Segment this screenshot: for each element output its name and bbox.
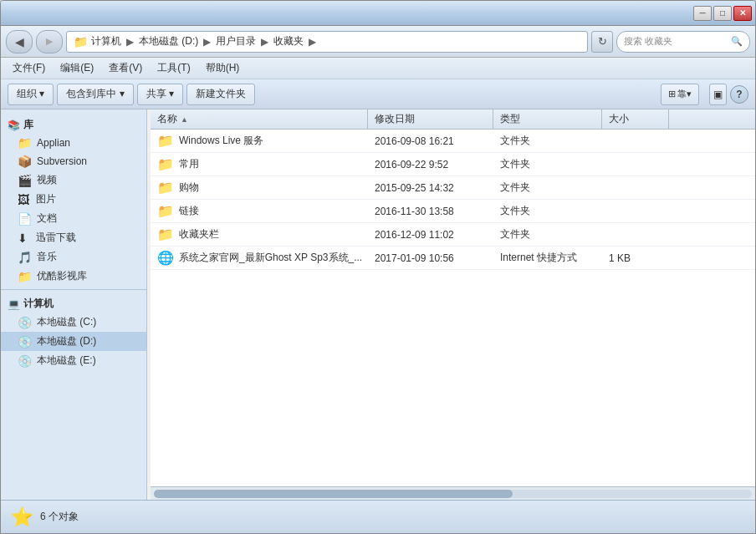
file-date-3: 2016-11-30 13:58 <box>368 203 493 220</box>
path-computer: 计算机 <box>91 34 121 48</box>
file-row-0[interactable]: 📁 Windows Live 服务 2016-09-08 16:21 文件夹 <box>151 130 755 153</box>
drive-c-icon: 💿 <box>18 316 32 329</box>
address-path[interactable]: 📁 计算机 ▶ 本地磁盘 (D:) ▶ 用户目录 ▶ 收藏夹 ▶ <box>66 31 588 53</box>
window-controls: ─ □ ✕ <box>693 6 752 21</box>
column-headers: 名称 ▲ 修改日期 类型 大小 <box>151 109 755 130</box>
sidebar-item-pictures[interactable]: 🖼 图片 <box>1 190 146 209</box>
file-row-5[interactable]: 🌐 系统之家官网_最新Ghost XP Sp3系统_... 2017-01-09… <box>151 247 755 270</box>
sidebar-section-library: 📚 库 <box>1 114 146 134</box>
address-bar: ◀ ▶ 📁 计算机 ▶ 本地磁盘 (D:) ▶ 用户目录 ▶ 收藏夹 ▶ ↻ 搜… <box>1 26 755 58</box>
share-button[interactable]: 共享 ▾ <box>137 84 183 105</box>
sidebar-item-music[interactable]: 🎵 音乐 <box>1 247 146 267</box>
sidebar-item-thunder[interactable]: ⬇ 迅雷下载 <box>1 228 146 247</box>
col-header-type[interactable]: 类型 <box>493 109 602 129</box>
status-count: 6 个对象 <box>40 510 79 524</box>
drive-d-label: 本地磁盘 (D:) <box>37 334 96 348</box>
view-button[interactable]: ⊞ 靠▾ <box>661 84 699 105</box>
sidebar-item-youku[interactable]: 📁 优酷影视库 <box>1 267 146 286</box>
folder-icon-0: 📁 <box>157 133 174 149</box>
file-type-4: 文件夹 <box>493 225 602 244</box>
file-name-3: 📁 链接 <box>151 201 368 221</box>
help-button[interactable]: ? <box>730 85 748 104</box>
menu-edit[interactable]: 编辑(E) <box>54 59 100 77</box>
path-userdir: 用户目录 <box>216 34 256 48</box>
file-type-3: 文件夹 <box>493 201 602 221</box>
sidebar-item-documents[interactable]: 📄 文档 <box>1 209 146 228</box>
subversion-icon: 📦 <box>18 155 32 168</box>
new-folder-button[interactable]: 新建文件夹 <box>186 84 255 105</box>
file-type-1: 文件夹 <box>493 155 602 174</box>
file-size-2 <box>602 186 669 191</box>
include-library-button[interactable]: 包含到库中 ▾ <box>57 84 133 105</box>
main-content: 📚 库 📁 Applian 📦 Subversion 🎬 视频 🖼 图片 📄 <box>1 109 755 500</box>
file-type-5: Internet 快捷方式 <box>493 248 602 267</box>
file-list-container: 名称 ▲ 修改日期 类型 大小 📁 Wind <box>151 109 755 500</box>
file-row-2[interactable]: 📁 购物 2015-09-25 14:32 文件夹 <box>151 176 755 200</box>
menu-tools[interactable]: 工具(T) <box>151 59 197 77</box>
folder-icon-4: 📁 <box>157 226 174 242</box>
file-name-5: 🌐 系统之家官网_最新Ghost XP Sp3系统_... <box>151 247 368 268</box>
file-row-4[interactable]: 📁 收藏夹栏 2016-12-09 11:02 文件夹 <box>151 223 755 247</box>
panel-toggle-button[interactable]: ▣ <box>709 84 727 105</box>
file-row-1[interactable]: 📁 常用 2016-09-22 9:52 文件夹 <box>151 153 755 176</box>
col-header-size[interactable]: 大小 <box>602 109 669 129</box>
sidebar-item-drive-c[interactable]: 💿 本地磁盘 (C:) <box>1 313 146 332</box>
folder-icon-3: 📁 <box>157 203 174 219</box>
menu-view[interactable]: 查看(V) <box>102 59 149 77</box>
file-date-2: 2015-09-25 14:32 <box>368 180 493 196</box>
library-label: 库 <box>23 118 33 132</box>
hscroll-track[interactable] <box>154 490 752 498</box>
sidebar-item-applian[interactable]: 📁 Applian <box>1 134 146 152</box>
col-header-name[interactable]: 名称 ▲ <box>151 109 368 129</box>
horizontal-scrollbar[interactable] <box>151 486 755 500</box>
col-date-label: 修改日期 <box>375 112 415 126</box>
organize-button[interactable]: 组织 ▾ <box>8 84 54 105</box>
subversion-label: Subversion <box>37 155 87 167</box>
col-header-date[interactable]: 修改日期 <box>368 109 493 129</box>
sidebar-item-video[interactable]: 🎬 视频 <box>1 170 146 190</box>
maximize-button[interactable]: □ <box>713 6 732 21</box>
title-bar: ─ □ ✕ <box>1 1 755 26</box>
folder-icon-2: 📁 <box>157 180 174 196</box>
path-folder-icon: 📁 <box>74 35 88 48</box>
close-button[interactable]: ✕ <box>733 6 752 21</box>
file-type-0: 文件夹 <box>493 131 602 150</box>
refresh-button[interactable]: ↻ <box>591 31 613 53</box>
file-size-0 <box>602 139 669 144</box>
pictures-label: 图片 <box>36 192 56 206</box>
file-size-4 <box>602 232 669 237</box>
drive-c-label: 本地磁盘 (C:) <box>37 315 96 329</box>
status-bar: ⭐ 6 个对象 <box>1 500 755 533</box>
sidebar-item-drive-e[interactable]: 💿 本地磁盘 (E:) <box>1 351 146 370</box>
computer-icon: 💻 <box>8 298 20 310</box>
file-date-4: 2016-12-09 11:02 <box>368 226 493 243</box>
youku-label: 优酷影视库 <box>37 269 87 283</box>
file-row-3[interactable]: 📁 链接 2016-11-30 13:58 文件夹 <box>151 200 755 223</box>
sort-arrow-name: ▲ <box>181 115 188 124</box>
back-button[interactable]: ◀ <box>6 30 33 53</box>
file-date-0: 2016-09-08 16:21 <box>368 133 493 150</box>
view-icon: ⊞ <box>668 89 676 99</box>
search-bar[interactable]: 搜索 收藏夹 🔍 <box>616 31 750 53</box>
video-icon: 🎬 <box>18 174 32 187</box>
menu-help[interactable]: 帮助(H) <box>199 59 247 77</box>
explorer-window: ─ □ ✕ ◀ ▶ 📁 计算机 ▶ 本地磁盘 (D:) ▶ 用户目录 ▶ 收藏夹… <box>0 0 756 534</box>
file-name-1: 📁 常用 <box>151 154 368 175</box>
forward-button[interactable]: ▶ <box>36 30 63 53</box>
menu-file[interactable]: 文件(F) <box>6 59 52 77</box>
file-date-1: 2016-09-22 9:52 <box>368 156 493 173</box>
file-size-5: 1 KB <box>602 250 669 267</box>
sidebar-item-subversion[interactable]: 📦 Subversion <box>1 152 146 170</box>
pictures-icon: 🖼 <box>18 193 31 206</box>
link-icon-5: 🌐 <box>157 250 174 266</box>
applian-icon: 📁 <box>18 136 32 150</box>
sidebar: 📚 库 📁 Applian 📦 Subversion 🎬 视频 🖼 图片 📄 <box>1 109 147 500</box>
status-folder-icon: ⭐ <box>11 506 33 528</box>
hscroll-thumb[interactable] <box>154 490 513 498</box>
minimize-button[interactable]: ─ <box>693 6 712 21</box>
file-name-2: 📁 购物 <box>151 177 368 198</box>
music-label: 音乐 <box>37 250 57 264</box>
drive-e-label: 本地磁盘 (E:) <box>37 353 96 368</box>
sidebar-item-drive-d[interactable]: 💿 本地磁盘 (D:) <box>1 332 146 351</box>
file-type-2: 文件夹 <box>493 178 602 197</box>
